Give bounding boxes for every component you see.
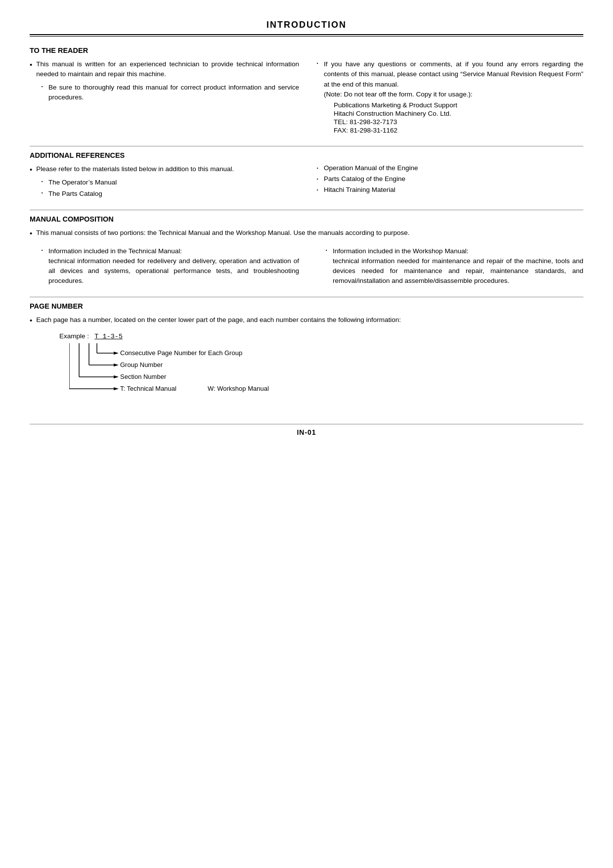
additional-sub-1-text: The Operator’s Manual [48,178,117,187]
section-heading-reader: TO THE READER [30,46,583,54]
additional-bullet-1-text: Please refer to the materials listed bel… [36,164,234,174]
sub-dot-1: ・ [39,83,45,91]
pagenumber-bullet-1: • Each page has a number, located on the… [30,315,583,325]
composition-right-body: technical information needed for mainten… [333,257,583,285]
composition-right-text: Information included in the Workshop Man… [333,246,583,286]
page-number-svg: Consecutive Page Number for Each Group G… [69,343,306,408]
reader-right-bullet-1-content: If you have any questions or comments, a… [324,59,583,135]
additional-sub-1: ・ The Operator’s Manual [39,178,299,187]
additional-sub-list: ・ The Operator’s Manual ・ The Parts Cata… [39,178,299,199]
reader-two-col: • This manual is written for an experien… [30,59,583,137]
section-rule-additional [30,146,583,146]
composition-left-text: Information included in the Technical Ma… [48,246,299,286]
arrow1-text: Consecutive Page Number for Each Group [120,349,242,357]
section-heading-composition: MANUAL COMPOSITION [30,215,583,223]
right-item-dot-1: ・ [314,164,321,173]
additional-right-item-2: ・ Parts Catalog of the Engine [314,175,583,184]
composition-two-col: ・ Information included in the Technical … [30,243,583,288]
reader-sub-list: ・ Be sure to thoroughly read this manual… [39,83,299,103]
additional-sub-2: ・ The Parts Catalog [39,189,299,199]
arrow4-text2: W: Workshop Manual [208,385,269,392]
reader-right-list: ・ If you have any questions or comments,… [314,59,583,135]
composition-left-label: Information included in the Technical Ma… [48,247,182,255]
section-page-number: PAGE NUMBER • Each page has a number, lo… [30,302,583,409]
arrow2-text: Group Number [120,361,163,368]
pagenumber-dot: • [30,315,32,325]
right-item-dot-2: ・ [314,175,321,184]
composition-right-label: Information included in the Workshop Man… [333,247,468,255]
svg-marker-2 [114,352,119,355]
reader-right-text-1: If you have any questions or comments, a… [324,59,583,90]
section-to-the-reader: TO THE READER • This manual is written f… [30,46,583,137]
section-heading-additional: ADDITIONAL REFERENCES [30,151,583,159]
composition-right-col: ・ Information included in the Workshop M… [314,243,583,288]
additional-left-col: • Please refer to the materials listed b… [30,164,299,201]
comp-left-dot: ・ [39,246,45,255]
composition-left-body: technical information needed for redeliv… [48,257,299,285]
composition-intro-item: • This manual consists of two portions: … [30,228,583,238]
additional-dot-1: • [30,164,32,175]
reader-bullet-1-text: This manual is written for an experience… [36,59,299,80]
additional-right-text-1: Operation Manual of the Engine [324,164,418,172]
reader-bullet-1: • This manual is written for an experien… [30,59,299,80]
contact-block: Publications Marketing & Product Support… [334,101,583,134]
svg-marker-11 [114,387,119,390]
composition-right-item: ・ Information included in the Workshop M… [323,246,583,286]
reader-left-list: • This manual is written for an experien… [30,59,299,80]
reader-right-bullet-1: ・ If you have any questions or comments,… [314,59,583,135]
contact-line-4: FAX: 81-298-31-1162 [334,127,583,134]
comp-right-dot: ・ [323,246,330,255]
composition-left-list: ・ Information included in the Technical … [39,246,299,286]
additional-right-item-1: ・ Operation Manual of the Engine [314,164,583,173]
page-title: INTRODUCTION [30,20,583,30]
example-block: Example : T 1-3-5 Consecutive Page Numbe… [59,332,583,409]
reader-right-col: ・ If you have any questions or comments,… [314,59,583,137]
reader-left-col: • This manual is written for an experien… [30,59,299,137]
additional-sub-dot-1: ・ [39,178,45,186]
title-rule-top [30,34,583,35]
additional-bullet-1: • Please refer to the materials listed b… [30,164,299,175]
additional-sub-2-text: The Parts Catalog [48,189,102,199]
section-manual-composition: MANUAL COMPOSITION • This manual consist… [30,215,583,288]
reader-note: (Note: Do not tear off the form. Copy it… [324,90,583,99]
example-word: Example : [59,332,89,340]
example-value: T 1-3-5 [94,333,123,340]
page-footer: IN-01 [30,428,583,436]
pagenumber-list: • Each page has a number, located on the… [30,315,583,325]
page-footer-rule [30,424,583,424]
bullet-dot-1: • [30,59,32,70]
composition-intro-text: This manual consists of two portions: th… [36,228,409,238]
composition-right-list: ・ Information included in the Workshop M… [323,246,583,286]
example-label-text: Example : T 1-3-5 [59,332,583,340]
additional-two-col: • Please refer to the materials listed b… [30,164,583,201]
additional-sub-dot-2: ・ [39,189,45,198]
reader-sub-1-text: Be sure to thoroughly read this manual f… [48,83,299,103]
reader-sub-1: ・ Be sure to thoroughly read this manual… [39,83,299,103]
composition-intro-list: • This manual consists of two portions: … [30,228,583,238]
additional-left-list: • Please refer to the materials listed b… [30,164,299,175]
contact-line-1: Publications Marketing & Product Support [334,101,583,109]
additional-right-col: ・ Operation Manual of the Engine ・ Parts… [314,164,583,201]
right-dot-1: ・ [314,59,321,68]
right-item-dot-3: ・ [314,186,321,195]
svg-marker-8 [114,375,119,378]
composition-dot: • [30,228,32,238]
additional-right-text-2: Parts Catalog of the Engine [324,175,405,183]
svg-marker-5 [114,364,119,366]
additional-right-text-3: Hitachi Training Material [324,186,395,193]
additional-right-list: ・ Operation Manual of the Engine ・ Parts… [314,164,583,195]
pagenumber-text: Each page has a number, located on the c… [36,315,401,325]
additional-right-item-3: ・ Hitachi Training Material [314,186,583,195]
section-rule-composition [30,210,583,210]
section-additional-references: ADDITIONAL REFERENCES • Please refer to … [30,151,583,201]
section-rule-pagenumber [30,297,583,297]
arrow4-text: T: Technical Manual [120,385,176,392]
contact-line-2: Hitachi Construction Machinery Co. Ltd. [334,110,583,117]
contact-line-3: TEL: 81-298-32-7173 [334,118,583,126]
arrow3-text: Section Number [120,373,167,380]
section-heading-pagenumber: PAGE NUMBER [30,302,583,310]
page-number-diagram: Consecutive Page Number for Each Group G… [69,343,583,409]
composition-left-col: ・ Information included in the Technical … [30,243,299,288]
title-rule-bottom [30,36,583,37]
composition-left-item: ・ Information included in the Technical … [39,246,299,286]
